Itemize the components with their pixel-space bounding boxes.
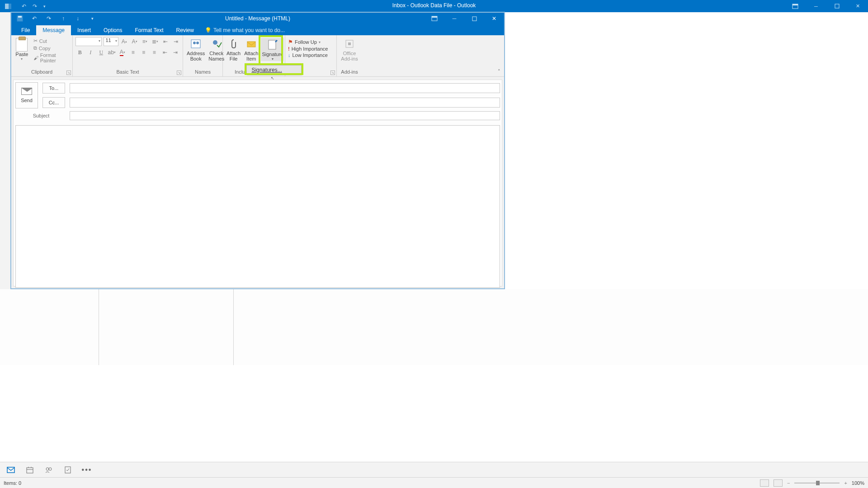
- prev-item-icon[interactable]: ↑: [59, 14, 67, 23]
- shrink-font-button[interactable]: A▾: [130, 37, 139, 46]
- ribbon: Paste ▾ ✂Cut ⧉Copy 🖌Format Painter Clipb…: [11, 35, 504, 77]
- minimize-icon[interactable]: ─: [806, 0, 826, 12]
- increase-indent-button[interactable]: ⇥: [171, 48, 180, 57]
- format-painter-button[interactable]: 🖌Format Painter: [33, 52, 70, 63]
- svg-rect-17: [472, 17, 476, 21]
- zoom-level[interactable]: 100%: [852, 480, 864, 486]
- view-normal-icon[interactable]: [760, 479, 769, 487]
- ribbon-group-names: Address Book Check Names Names: [183, 35, 223, 76]
- bullets-button[interactable]: ≡▾: [141, 37, 149, 46]
- ribbon-group-addins: Office Add-ins Add-ins: [337, 35, 362, 76]
- chevron-down-icon: ▾: [319, 40, 321, 44]
- svg-rect-25: [348, 42, 351, 45]
- svg-rect-3: [793, 4, 798, 5]
- zoom-out-icon[interactable]: −: [787, 480, 790, 486]
- svg-rect-22: [247, 42, 255, 47]
- high-importance-button[interactable]: !High Importance: [288, 46, 334, 52]
- signature-button[interactable]: Signature ▾ Signatures... ↖: [261, 38, 284, 61]
- close-icon[interactable]: ✕: [847, 0, 868, 12]
- to-button[interactable]: To...: [42, 83, 65, 94]
- tab-format-text[interactable]: Format Text: [128, 25, 170, 35]
- zoom-in-icon[interactable]: +: [844, 480, 847, 486]
- address-book-icon: [189, 37, 203, 51]
- dialog-launcher-icon[interactable]: ↘: [66, 70, 71, 75]
- outdent-button[interactable]: ⇤: [161, 37, 170, 46]
- send-button[interactable]: Send: [15, 82, 38, 108]
- cc-input[interactable]: [70, 98, 500, 108]
- font-color-button[interactable]: A▾: [118, 48, 127, 57]
- maximize-icon[interactable]: [826, 0, 847, 12]
- next-item-icon[interactable]: ↓: [74, 14, 82, 23]
- attach-item-button[interactable]: Attach Item: [243, 37, 259, 61]
- redo-icon[interactable]: ↷: [45, 14, 53, 23]
- align-left-button[interactable]: ≡: [129, 48, 138, 57]
- main-window-title: Inbox - Outlook Data File - Outlook: [0, 2, 868, 9]
- tab-message[interactable]: Message: [36, 25, 71, 35]
- low-importance-button[interactable]: ↓Low Importance: [288, 52, 334, 58]
- address-book-button[interactable]: Address Book: [186, 37, 206, 61]
- ribbon-display-options-icon[interactable]: [425, 13, 444, 24]
- dialog-launcher-icon[interactable]: ↘: [330, 70, 335, 75]
- font-size-input[interactable]: 11▾: [104, 37, 118, 46]
- attach-file-button[interactable]: Attach File: [226, 37, 241, 61]
- align-center-button[interactable]: ≡: [139, 48, 148, 57]
- indent-button[interactable]: ⇥: [171, 37, 180, 46]
- main-statusbar: Items: 0 − + 100%: [0, 477, 868, 488]
- highlight-button[interactable]: ab▾: [108, 48, 117, 57]
- font-name-input[interactable]: ▾: [75, 37, 102, 46]
- group-label-clipboard: Clipboard: [14, 69, 70, 75]
- nav-more-icon[interactable]: •••: [82, 465, 91, 474]
- cc-button[interactable]: Cc...: [42, 97, 65, 108]
- close-icon[interactable]: ✕: [484, 13, 504, 24]
- undo-icon[interactable]: ↶: [30, 14, 38, 23]
- office-addins-button[interactable]: Office Add-ins: [340, 37, 359, 61]
- bold-button[interactable]: B: [75, 48, 85, 57]
- italic-button[interactable]: I: [86, 48, 95, 57]
- people-nav-icon[interactable]: [44, 465, 53, 474]
- tasks-nav-icon[interactable]: [63, 465, 72, 474]
- addins-icon: [343, 37, 356, 51]
- qat-customize-icon[interactable]: ▾: [88, 14, 96, 23]
- flag-icon: ⚑: [288, 39, 293, 45]
- view-reading-icon[interactable]: [774, 479, 783, 487]
- paperclip-icon: [227, 37, 241, 51]
- ribbon-group-basic-text: ▾ 11▾ A▴ A▾ ≡▾ ≣▾ ⇤ ⇥ B I U ab▾ A▾ ≡ ≡: [73, 35, 183, 76]
- svg-rect-14: [18, 16, 22, 18]
- tab-file[interactable]: File: [15, 25, 36, 35]
- envelope-icon: [21, 88, 32, 95]
- group-label-names: Names: [186, 69, 220, 75]
- check-names-icon: [210, 37, 223, 51]
- mail-nav-icon[interactable]: [6, 465, 15, 474]
- ribbon-display-options-icon[interactable]: [785, 0, 806, 12]
- minimize-icon[interactable]: ─: [444, 13, 464, 24]
- collapse-ribbon-icon[interactable]: ˄: [498, 69, 500, 75]
- follow-up-button[interactable]: ⚑Follow Up▾: [288, 39, 334, 45]
- tab-insert[interactable]: Insert: [71, 25, 97, 35]
- decrease-indent-button[interactable]: ⇤: [160, 48, 170, 57]
- statusbar-items: Items: 0: [4, 480, 21, 486]
- save-icon[interactable]: [16, 14, 24, 23]
- grow-font-button[interactable]: A▴: [120, 37, 129, 46]
- scissors-icon: ✂: [33, 38, 38, 44]
- underline-button[interactable]: U: [97, 48, 106, 57]
- paste-button[interactable]: Paste ▾: [14, 37, 30, 64]
- svg-point-20: [196, 42, 199, 44]
- message-body-input[interactable]: [15, 125, 500, 288]
- tab-review[interactable]: Review: [170, 25, 200, 35]
- align-right-button[interactable]: ≡: [150, 48, 159, 57]
- dialog-launcher-icon[interactable]: ↘: [177, 70, 181, 75]
- tab-options[interactable]: Options: [97, 25, 128, 35]
- numbering-button[interactable]: ≣▾: [151, 37, 160, 46]
- copy-button[interactable]: ⧉Copy: [33, 45, 70, 51]
- cut-button[interactable]: ✂Cut: [33, 38, 70, 44]
- signature-icon: [266, 38, 279, 52]
- tell-me-search[interactable]: 💡 Tell me what you want to do...: [205, 27, 285, 35]
- attach-item-icon: [245, 37, 258, 51]
- maximize-icon[interactable]: [464, 13, 484, 24]
- svg-point-21: [213, 40, 217, 45]
- subject-input[interactable]: [70, 111, 500, 120]
- svg-point-19: [193, 42, 196, 44]
- calendar-nav-icon[interactable]: [25, 465, 34, 474]
- zoom-slider[interactable]: [794, 483, 840, 483]
- to-input[interactable]: [70, 83, 500, 93]
